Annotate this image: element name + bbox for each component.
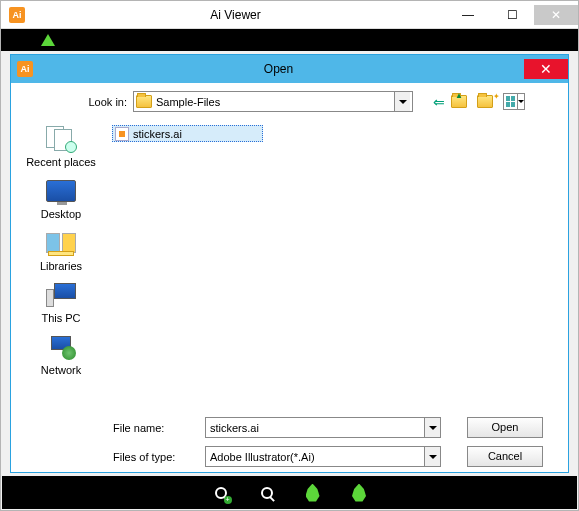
file-name: stickers.ai	[133, 128, 182, 140]
open-button[interactable]: Open	[467, 417, 543, 438]
window-controls: — ☐ ✕	[446, 5, 578, 25]
toolbar-decoration-icon	[41, 34, 55, 46]
filename-label: File name:	[113, 422, 201, 434]
chevron-down-icon[interactable]	[424, 418, 440, 437]
new-folder-icon[interactable]: ✦	[477, 95, 497, 108]
parent-titlebar: Ai Ai Viewer — ☐ ✕	[1, 1, 578, 29]
place-label: This PC	[41, 312, 80, 324]
filetype-value: Adobe Illustrator(*.Ai)	[210, 451, 315, 463]
place-recent[interactable]: Recent places	[22, 124, 100, 168]
place-label: Libraries	[40, 260, 82, 272]
maximize-button[interactable]: ☐	[490, 5, 534, 25]
parent-statusbar: +	[2, 476, 577, 509]
dialog-title: Open	[33, 62, 524, 76]
filename-input[interactable]: stickers.ai	[205, 417, 441, 438]
chevron-down-icon[interactable]	[424, 447, 440, 466]
place-thispc[interactable]: This PC	[22, 280, 100, 324]
cancel-button[interactable]: Cancel	[467, 446, 543, 467]
place-desktop[interactable]: Desktop	[22, 176, 100, 220]
zoom-out-icon[interactable]	[258, 484, 276, 502]
parent-title: Ai Viewer	[25, 8, 446, 22]
view-menu-icon[interactable]	[503, 93, 525, 110]
back-icon[interactable]: ⇐	[433, 94, 445, 110]
filetype-combo[interactable]: Adobe Illustrator(*.Ai)	[205, 446, 441, 467]
rotate-right-icon[interactable]	[350, 484, 368, 502]
place-network[interactable]: Network	[22, 332, 100, 376]
chevron-down-icon[interactable]	[394, 92, 410, 111]
lookin-value: Sample-Files	[156, 96, 220, 108]
filetype-label: Files of type:	[113, 451, 201, 463]
app-icon: Ai	[9, 7, 25, 23]
lookin-combo[interactable]: Sample-Files	[133, 91, 413, 112]
file-item[interactable]: stickers.ai	[112, 125, 263, 142]
close-button[interactable]: ✕	[534, 5, 578, 25]
dialog-close-button[interactable]: ✕	[524, 59, 568, 79]
up-one-level-icon[interactable]: ▲	[451, 95, 471, 108]
places-sidebar: Recent places Desktop Libraries This PC …	[21, 120, 101, 405]
place-libraries[interactable]: Libraries	[22, 228, 100, 272]
minimize-button[interactable]: —	[446, 5, 490, 25]
zoom-in-icon[interactable]: +	[212, 484, 230, 502]
place-label: Recent places	[26, 156, 96, 168]
open-dialog: Ai Open ✕ Look in: Sample-Files ⇐ ▲ ✦	[10, 54, 569, 473]
dialog-titlebar: Ai Open ✕	[11, 55, 568, 83]
folder-icon	[136, 95, 152, 108]
filename-value: stickers.ai	[210, 422, 259, 434]
dialog-icon: Ai	[17, 61, 33, 77]
rotate-left-icon[interactable]	[304, 484, 322, 502]
parent-toolbar	[1, 29, 578, 51]
lookin-label: Look in:	[81, 96, 127, 108]
ai-file-icon	[115, 127, 129, 141]
file-list-pane[interactable]: stickers.ai	[107, 120, 558, 405]
place-label: Desktop	[41, 208, 81, 220]
place-label: Network	[41, 364, 81, 376]
